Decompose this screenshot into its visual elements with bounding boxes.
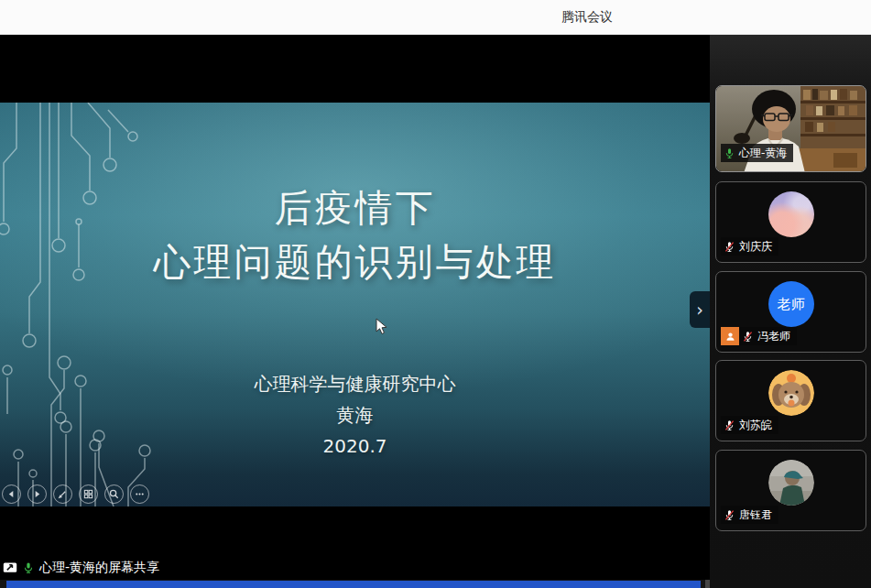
- next-slide-button[interactable]: [27, 485, 47, 504]
- person-icon: [724, 331, 736, 343]
- avatar-initials: 老师: [778, 296, 805, 312]
- microphone-muted-icon: [724, 419, 735, 431]
- pen-icon: [58, 489, 68, 499]
- slide-title-line2: 心理问题的识别与处理: [0, 235, 710, 289]
- avatar: [768, 191, 814, 237]
- participant-label: 唐钰君: [721, 506, 778, 524]
- participant-tile[interactable]: 唐钰君: [715, 450, 866, 531]
- next-slide-icon: [33, 490, 41, 498]
- avatar: 老师: [768, 281, 814, 327]
- participant-label: 刘苏皖: [721, 416, 778, 434]
- app-title: 腾讯会议: [561, 9, 613, 26]
- slide-grid-icon: [83, 489, 93, 499]
- participant-name: 刘苏皖: [739, 418, 772, 433]
- slide-subtitle-block: 心理科学与健康研究中心 黄海 2020.7: [0, 368, 710, 462]
- presenter-toolbar: [2, 485, 149, 504]
- mouse-cursor: [376, 318, 387, 335]
- shared-slide: 后疫情下 心理问题的识别与处理 心理科学与健康研究中心 黄海 2020.7: [0, 103, 710, 506]
- microphone-muted-icon: [724, 241, 735, 253]
- prev-slide-icon: [7, 490, 16, 498]
- slide-title: 后疫情下 心理问题的识别与处理: [0, 181, 710, 289]
- participant-label: 刘庆庆: [721, 237, 778, 256]
- participant-tile-video[interactable]: 心理-黄海: [715, 85, 866, 172]
- window-titlebar[interactable]: 腾讯会议: [0, 0, 871, 35]
- share-status-label: 心理-黄海的屏幕共享: [39, 560, 159, 576]
- more-options-button[interactable]: [130, 485, 149, 504]
- participant-label: 心理-黄海: [721, 144, 793, 162]
- beach-person-avatar-image: [768, 460, 814, 506]
- participant-tile[interactable]: 老师 冯老师: [715, 271, 866, 353]
- slide-title-line1: 后疫情下: [0, 181, 710, 235]
- microphone-on-icon: [724, 147, 735, 159]
- participant-tile[interactable]: 刘庆庆: [715, 181, 866, 263]
- expand-panel-button[interactable]: ›: [690, 291, 710, 328]
- slide-grid-button[interactable]: [79, 485, 98, 504]
- microphone-on-icon: [22, 561, 35, 574]
- background-window-blue-bar: [6, 581, 701, 588]
- slide-subtitle: 心理科学与健康研究中心: [0, 368, 710, 399]
- magnifier-icon: [109, 489, 119, 499]
- participant-name: 心理-黄海: [739, 146, 787, 161]
- participant-label: 冯老师: [721, 327, 797, 345]
- participant-name: 唐钰君: [739, 507, 772, 523]
- avatar: [768, 370, 814, 416]
- puppy-avatar-image: [768, 370, 814, 416]
- prev-slide-button[interactable]: [2, 485, 21, 504]
- tencent-meeting-window: 腾讯会议: [0, 0, 871, 588]
- share-status-bar: 心理-黄海的屏幕共享: [0, 556, 713, 580]
- ellipsis-icon: [135, 489, 145, 499]
- slide-author: 黄海: [0, 399, 710, 430]
- participant-name: 冯老师: [757, 329, 790, 344]
- host-badge: [721, 327, 739, 345]
- zoom-tool-button[interactable]: [104, 485, 124, 504]
- microphone-muted-icon: [742, 331, 754, 343]
- slide-date: 2020.7: [0, 430, 710, 462]
- participants-panel: 心理-黄海 刘庆庆 老师: [710, 35, 871, 588]
- screen-share-icon: [3, 561, 17, 574]
- participant-tile[interactable]: 刘苏皖: [715, 360, 866, 441]
- microphone-muted-icon: [724, 509, 735, 521]
- avatar: [768, 460, 814, 506]
- participant-name: 刘庆庆: [739, 239, 772, 255]
- pen-tool-button[interactable]: [53, 485, 72, 504]
